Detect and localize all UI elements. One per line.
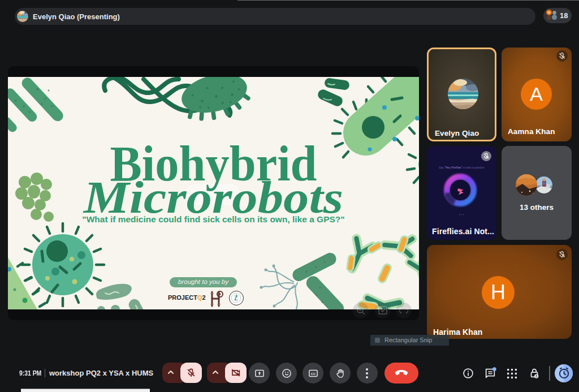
svg-text:CC: CC <box>311 372 316 376</box>
